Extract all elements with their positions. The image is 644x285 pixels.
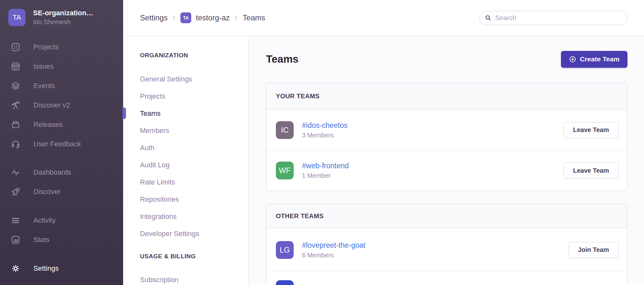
sidebar-item-projects[interactable]: Projects <box>0 37 123 57</box>
sidebar-item-label: Dashboards <box>33 168 71 177</box>
settings-nav-item-repositories[interactable]: Repositories <box>140 191 248 208</box>
team-avatar-partial <box>276 280 294 285</box>
org-badge: TA <box>180 12 191 23</box>
team-member-count: 6 Members <box>302 252 569 259</box>
settings-nav-item-members[interactable]: Members <box>140 122 248 139</box>
sidebar-item-issues[interactable]: Issues <box>0 57 123 76</box>
settings-nav-heading-organization: ORGANIZATION <box>140 52 248 59</box>
sidebar-active-indicator <box>122 108 126 119</box>
projects-grid-icon <box>10 42 21 52</box>
sidebar-item-label: Discover <box>33 188 61 196</box>
create-team-label: Create Team <box>580 55 620 63</box>
org-switcher[interactable]: TA SE-organization… Ido Shemesh <box>0 0 123 26</box>
sidebar-item-label: User Feedback <box>33 140 81 148</box>
chevron-right-icon: › <box>173 13 176 23</box>
search-icon <box>485 14 492 22</box>
settings-nav-item-developer-settings[interactable]: Developer Settings <box>140 225 248 242</box>
settings-nav-item-integrations[interactable]: Integrations <box>140 208 248 225</box>
breadcrumb-org[interactable]: TA testorg-az <box>180 12 230 23</box>
sidebar-nav: Projects Issues Events <box>0 37 123 278</box>
app-sidebar: TA SE-organization… Ido Shemesh Projects <box>0 0 123 285</box>
team-row-web-frontend: WF #web-frontend 1 Member Leave Team <box>266 150 627 191</box>
join-team-button[interactable]: Join Team <box>569 242 619 258</box>
team-info <box>302 280 619 285</box>
page-title: Teams <box>266 53 298 65</box>
sidebar-item-label: Discover v2 <box>33 101 70 109</box>
your-teams-panel: YOUR TEAMS IC #idos-cheetos 3 Members Le… <box>266 83 627 191</box>
breadcrumb: Settings › TA testorg-az › Teams <box>140 12 265 23</box>
sidebar-item-label: Issues <box>33 62 54 71</box>
settings-nav-item-projects[interactable]: Projects <box>140 88 248 105</box>
sidebar-item-label: Activity <box>33 216 56 225</box>
leave-team-button[interactable]: Leave Team <box>564 122 619 138</box>
team-row-lovepreet-the-goat: LG #lovepreet-the-goat 6 Members Join Te… <box>266 228 627 272</box>
sidebar-item-discover[interactable]: Discover <box>0 182 123 201</box>
chevron-right-icon: › <box>235 13 238 23</box>
sidebar-item-stats[interactable]: Stats <box>0 230 123 249</box>
sidebar-item-events[interactable]: Events <box>0 76 123 95</box>
other-teams-panel-header: OTHER TEAMS <box>266 204 627 228</box>
team-info: #lovepreet-the-goat 6 Members <box>302 241 569 259</box>
sidebar-item-label: Events <box>33 82 55 90</box>
team-info: #web-frontend 1 Member <box>302 162 564 179</box>
team-row-partial <box>266 272 627 285</box>
team-link-lovepreet-the-goat[interactable]: #lovepreet-the-goat <box>302 241 365 250</box>
gear-icon <box>10 263 21 274</box>
sidebar-item-label: Stats <box>33 236 49 244</box>
sidebar-item-activity[interactable]: Activity <box>0 211 123 230</box>
search-input[interactable] <box>495 14 627 22</box>
telescope-icon <box>10 100 21 110</box>
breadcrumb-org-label: testorg-az <box>196 13 230 22</box>
sidebar-item-dashboards[interactable]: Dashboards <box>0 163 123 182</box>
settings-nav: ORGANIZATION General Settings Projects T… <box>123 36 248 285</box>
settings-nav-list-usage-billing: Subscription <box>140 271 248 285</box>
settings-nav-item-subscription[interactable]: Subscription <box>140 271 248 285</box>
org-meta: SE-organization… Ido Shemesh <box>33 9 93 26</box>
user-name: Ido Shemesh <box>33 18 93 26</box>
plus-circle-icon <box>569 56 576 63</box>
rocket-icon <box>10 187 21 197</box>
create-team-button[interactable]: Create Team <box>561 51 627 68</box>
team-avatar-lg: LG <box>276 241 294 259</box>
title-row: Teams Create Team <box>266 51 627 68</box>
org-avatar: TA <box>8 9 25 26</box>
sidebar-item-label: Projects <box>33 43 59 51</box>
team-avatar-wf: WF <box>276 162 294 179</box>
settings-nav-item-audit-log[interactable]: Audit Log <box>140 156 248 174</box>
team-member-count: 3 Members <box>302 132 564 139</box>
other-teams-panel: OTHER TEAMS LG #lovepreet-the-goat 6 Mem… <box>266 204 627 285</box>
sidebar-item-label: Settings <box>33 264 59 273</box>
sidebar-item-user-feedback[interactable]: User Feedback <box>0 134 123 154</box>
team-avatar-ic: IC <box>276 121 294 139</box>
events-layers-icon <box>10 81 21 91</box>
list-lines-icon <box>10 215 21 226</box>
your-teams-panel-header: YOUR TEAMS <box>266 83 627 110</box>
breadcrumb-settings[interactable]: Settings <box>140 13 168 22</box>
settings-nav-item-teams[interactable]: Teams <box>140 105 248 122</box>
team-member-count: 1 Member <box>302 172 564 179</box>
team-row-idos-cheetos: IC #idos-cheetos 3 Members Leave Team <box>266 110 627 150</box>
settings-nav-item-rate-limits[interactable]: Rate Limits <box>140 174 248 191</box>
team-link-web-frontend[interactable]: #web-frontend <box>302 162 349 170</box>
settings-nav-item-auth[interactable]: Auth <box>140 139 248 156</box>
sidebar-item-label: Releases <box>33 121 63 129</box>
topbar: Settings › TA testorg-az › Teams <box>123 0 644 36</box>
settings-nav-item-general-settings[interactable]: General Settings <box>140 71 248 88</box>
sidebar-item-releases[interactable]: Releases <box>0 115 123 134</box>
main-content: Teams Create Team YOUR TEAMS IC #idos-ch… <box>248 36 644 285</box>
headset-icon <box>10 139 21 149</box>
sidebar-item-discover-v2[interactable]: Discover v2 <box>0 95 123 115</box>
settings-nav-heading-usage-billing: USAGE & BILLING <box>140 253 248 260</box>
team-link-idos-cheetos[interactable]: #idos-cheetos <box>302 121 347 130</box>
pulse-icon <box>10 167 21 177</box>
sidebar-item-settings[interactable]: Settings <box>0 259 123 278</box>
leave-team-button[interactable]: Leave Team <box>564 163 619 178</box>
breadcrumb-teams[interactable]: Teams <box>243 13 265 22</box>
org-name: SE-organization… <box>33 9 93 17</box>
releases-archive-icon <box>10 120 21 130</box>
bar-chart-icon <box>10 235 21 245</box>
settings-nav-list-organization: General Settings Projects Teams Members … <box>140 71 248 242</box>
issues-inbox-icon <box>10 61 21 72</box>
search-box[interactable] <box>479 11 627 25</box>
team-info: #idos-cheetos 3 Members <box>302 121 564 139</box>
